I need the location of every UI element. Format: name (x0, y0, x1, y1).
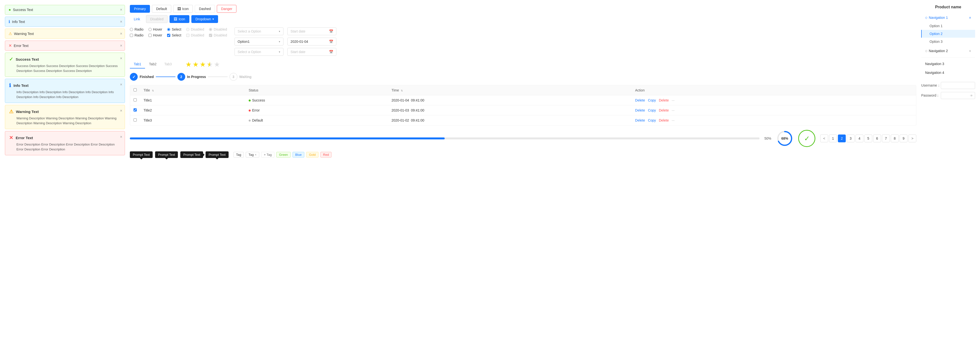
tag-green[interactable]: Green (276, 152, 291, 158)
tabs: Tab1 Tab2 Tab3 (130, 60, 176, 68)
tag-add-label: + Tag (264, 153, 272, 157)
close-icon[interactable]: × (120, 109, 122, 113)
nav-item-2[interactable]: ◇ Navigation 2 ∨ (921, 46, 975, 55)
danger-button[interactable]: Danger (217, 5, 236, 13)
select-box-3[interactable]: Select a Option ▾ (234, 48, 283, 56)
date-placeholder-3: Start date (291, 50, 305, 54)
data-table: Title ⇅ Status Time ⇅ Action Title1 Succ… (130, 85, 916, 125)
nav-sub-option-1[interactable]: Option 1 (921, 22, 975, 30)
page-2[interactable]: 2 (838, 134, 846, 142)
tooltip-2[interactable]: Prompt Text (155, 151, 178, 158)
username-input[interactable] (941, 82, 975, 89)
nav-section-2: ◇ Navigation 2 ∨ (921, 46, 975, 55)
default-button[interactable]: Default (152, 5, 171, 13)
radio-select[interactable] (167, 28, 170, 31)
tooltip-4[interactable]: Prompt Text (205, 151, 228, 158)
star-rating[interactable]: ★ ★ ★ ★ ★ ★ (186, 60, 220, 68)
close-icon[interactable]: × (120, 56, 122, 61)
star-1[interactable]: ★ (186, 60, 192, 68)
button-row-1: Primary Default 🖼 Icon Dashed Danger (130, 5, 916, 13)
nav-item-3[interactable]: Navigation 3 (921, 59, 975, 68)
delete-red-link-1[interactable]: Delete (659, 98, 668, 102)
select-box-2[interactable]: Option1 ▾ (234, 38, 283, 46)
page-next[interactable]: > (908, 134, 916, 142)
page-9[interactable]: 9 (900, 134, 907, 142)
delete-link-3[interactable]: Delete (635, 119, 645, 122)
tag-red[interactable]: Red (320, 152, 332, 158)
delete-link-2[interactable]: Delete (635, 108, 645, 112)
tag-1[interactable]: Tag (234, 152, 244, 158)
tag-gold[interactable]: Gold (306, 152, 318, 158)
star-3[interactable]: ★ (200, 60, 206, 68)
tooltip-box-4[interactable]: Prompt Text (205, 151, 228, 158)
page-prev[interactable]: < (820, 134, 828, 142)
more-button-3[interactable]: ··· (672, 119, 675, 122)
star-2[interactable]: ★ (192, 60, 199, 68)
copy-link-1[interactable]: Copy (648, 98, 656, 102)
delete-red-link-3[interactable]: Delete (659, 119, 668, 122)
tooltip-1[interactable]: Prompt Text (130, 151, 153, 158)
primary-button[interactable]: Primary (130, 5, 150, 13)
copy-link-2[interactable]: Copy (648, 108, 656, 112)
page-7[interactable]: 7 (882, 134, 890, 142)
date-box-1[interactable]: Start date 📅 (287, 27, 336, 35)
page-8[interactable]: 8 (891, 134, 899, 142)
product-name: Product name (921, 5, 975, 9)
status-dot-success (249, 100, 251, 101)
circle-progress: 68% (776, 130, 793, 147)
close-icon[interactable]: × (120, 19, 122, 24)
link-button[interactable]: Link (130, 16, 144, 23)
star-4-half[interactable]: ★ ★ (207, 60, 213, 68)
more-button-1[interactable]: ··· (672, 98, 675, 102)
nav-item-1[interactable]: ◇ Navigation 1 ∧ (921, 13, 975, 22)
tag-2[interactable]: Tag × (246, 152, 259, 158)
checkbox-hover[interactable] (148, 34, 152, 37)
delete-link-1[interactable]: Delete (635, 98, 645, 102)
icon-button[interactable]: 🖼 Icon (173, 5, 193, 13)
delete-red-link-2[interactable]: Delete (659, 108, 668, 112)
cell-action-3: Delete Copy Delete ··· (632, 115, 916, 125)
close-icon[interactable]: × (120, 82, 122, 87)
checkbox-select[interactable] (167, 34, 170, 37)
table-select-all[interactable] (134, 88, 137, 92)
tooltip-box-3[interactable]: Prompt Text (180, 151, 203, 158)
dropdown-button[interactable]: Dropdown ▾ (191, 15, 218, 23)
checkbox-unchecked[interactable] (130, 34, 133, 37)
date-box-2[interactable]: 2020-01-04 📅 (287, 38, 336, 46)
page-4[interactable]: 4 (856, 134, 863, 142)
nav-sub-option-3[interactable]: Option 3 (921, 38, 975, 46)
tag-add[interactable]: + Tag (261, 152, 274, 158)
tab-1[interactable]: Tab1 (130, 60, 145, 68)
row-checkbox-1[interactable] (134, 98, 137, 101)
step-label-finished: Finished (140, 75, 154, 79)
close-icon[interactable]: × (120, 135, 122, 139)
date-box-3[interactable]: Start date 📅 (287, 48, 336, 56)
row-checkbox-3[interactable] (134, 119, 137, 122)
tooltips-section: Prompt Text Prompt Text Prompt Text Prom… (130, 151, 229, 158)
radio-unchecked[interactable] (130, 28, 133, 31)
tab-2[interactable]: Tab2 (145, 60, 160, 68)
nav-item-4[interactable]: Navigation 4 (921, 68, 975, 77)
icon-blue-button[interactable]: 🖼 Icon (170, 15, 189, 23)
dashed-button[interactable]: Dashed (195, 5, 215, 13)
close-icon[interactable]: × (120, 44, 122, 48)
close-icon[interactable]: × (120, 8, 122, 12)
select-box-1[interactable]: Select a Option ▾ (234, 27, 283, 35)
tooltip-box-1[interactable]: Prompt Text (130, 151, 153, 158)
page-6[interactable]: 6 (873, 134, 881, 142)
row-checkbox-2[interactable] (134, 108, 137, 112)
star-5[interactable]: ★ (214, 60, 220, 68)
copy-link-3[interactable]: Copy (648, 119, 656, 122)
radio-hover[interactable] (148, 28, 152, 31)
close-icon[interactable]: × (120, 32, 122, 36)
page-3[interactable]: 3 (847, 134, 854, 142)
tag-blue[interactable]: Blue (293, 152, 304, 158)
tag-close-icon[interactable]: × (255, 153, 256, 157)
tooltip-3[interactable]: Prompt Text (180, 151, 203, 158)
eye-icon[interactable]: 👁 (970, 94, 973, 97)
more-button-2[interactable]: ··· (672, 108, 675, 112)
page-5[interactable]: 5 (864, 134, 872, 142)
page-1[interactable]: 1 (829, 134, 837, 142)
nav-sub-option-2[interactable]: Option 2 (921, 30, 975, 38)
tooltip-box-2[interactable]: Prompt Text (155, 151, 178, 158)
